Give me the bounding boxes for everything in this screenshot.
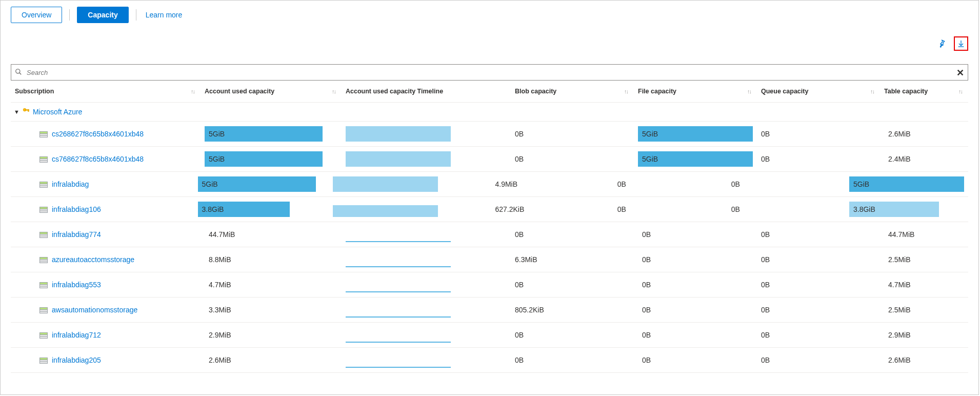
cell-blob: 0B — [511, 281, 634, 289]
table-capacity-bar-value: 5GiB — [853, 180, 869, 188]
cell-queue: 0B — [757, 331, 880, 339]
cell-file: 0B — [609, 205, 727, 213]
cell-timeline — [342, 277, 511, 292]
storage-account-link[interactable]: infralabdiag — [11, 180, 194, 188]
cell-table: 2.5MiB — [880, 255, 968, 264]
storage-account-name: awsautomationomsstorage — [52, 306, 137, 314]
file-capacity-bar-value: 5GiB — [642, 130, 658, 138]
cell-table: 4.7MiB — [880, 281, 968, 289]
storage-account-link[interactable]: infralabdiag553 — [11, 281, 201, 289]
cell-blob: 0B — [511, 155, 634, 163]
col-header-label: Blob capacity — [515, 88, 556, 95]
cell-timeline — [329, 202, 491, 217]
cell-file: 0B — [634, 356, 757, 364]
table-row: infralabdiag774 44.7MiB 0B 0B 0B 44.7MiB — [11, 222, 968, 247]
account-used-bar: 5GiB — [198, 176, 316, 192]
cell-timeline — [342, 227, 511, 242]
table-capacity-bar: 2.6MiB — [884, 130, 911, 138]
storage-account-link[interactable]: azureautoacctomsstorage — [11, 255, 201, 264]
storage-account-icon — [39, 357, 48, 363]
account-used-bar: 5GiB — [205, 126, 323, 142]
svg-rect-10 — [40, 157, 47, 159]
subscription-group-row[interactable]: ▼ Microsoft Azure — [11, 103, 968, 122]
cell-account-used: 5GiB — [201, 126, 342, 142]
blob-value: 0B — [515, 130, 524, 138]
col-header-subscription[interactable]: Subscription ↑↓ — [11, 88, 201, 95]
expand-caret-icon: ▼ — [14, 109, 19, 115]
key-icon — [23, 108, 30, 116]
sort-icon: ↑↓ — [332, 88, 335, 94]
col-header-account-used[interactable]: Account used capacity ↑↓ — [201, 88, 342, 95]
storage-account-link[interactable]: cs268627f8c65b8x4601xb48 — [11, 130, 201, 138]
pin-icon[interactable] — [934, 36, 949, 51]
table-capacity-bar: 2.6MiB — [884, 356, 911, 364]
col-header-label: Table capacity — [884, 88, 928, 95]
cell-queue: 0B — [757, 306, 880, 314]
storage-account-name: infralabdiag712 — [52, 331, 101, 339]
cell-timeline — [342, 151, 511, 167]
timeline-sparkline — [346, 151, 451, 167]
learn-more-link[interactable]: Learn more — [146, 11, 183, 19]
svg-rect-40 — [40, 337, 47, 339]
cell-queue: 0B — [757, 230, 880, 239]
cell-blob: 0B — [511, 356, 634, 364]
table-capacity-bar: 5GiB — [849, 176, 964, 192]
svg-rect-15 — [40, 184, 47, 186]
svg-rect-22 — [40, 232, 47, 234]
col-header-queue[interactable]: Queue capacity ↑↓ — [757, 88, 880, 95]
account-used-bar-value: 3.8GiB — [202, 205, 224, 213]
blob-value: 627.2KiB — [495, 205, 524, 213]
tab-bar: Overview Capacity Learn more — [1, 1, 978, 23]
tab-overview[interactable]: Overview — [11, 7, 62, 23]
tab-capacity[interactable]: Capacity — [77, 7, 128, 23]
col-header-file[interactable]: File capacity ↑↓ — [634, 88, 757, 95]
cell-queue: 0B — [757, 155, 880, 163]
queue-value: 0B — [761, 306, 770, 314]
clear-search-icon[interactable]: ✕ — [956, 67, 964, 78]
cell-table: 2.9MiB — [880, 331, 968, 339]
cell-queue: 0B — [757, 130, 880, 138]
svg-rect-14 — [40, 182, 47, 184]
queue-value: 0B — [761, 155, 770, 163]
svg-rect-43 — [40, 360, 47, 362]
svg-rect-16 — [40, 186, 47, 188]
capacity-table: Subscription ↑↓ Account used capacity ↑↓… — [11, 81, 968, 373]
storage-account-link[interactable]: infralabdiag774 — [11, 230, 201, 239]
table-capacity-bar-value: 3.8GiB — [853, 205, 875, 213]
svg-rect-4 — [28, 109, 29, 111]
cell-blob: 4.9MiB — [491, 180, 609, 188]
blob-value: 0B — [515, 281, 524, 289]
cell-blob: 0B — [511, 331, 634, 339]
col-header-table[interactable]: Table capacity ↑↓ — [880, 88, 968, 95]
file-capacity-bar: 0B — [638, 255, 651, 264]
search-input[interactable] — [11, 64, 968, 81]
svg-rect-38 — [40, 333, 47, 334]
timeline-sparkline — [346, 126, 451, 142]
svg-rect-11 — [40, 159, 47, 161]
cell-account-used: 5GiB — [201, 151, 342, 167]
storage-account-link[interactable]: infralabdiag106 — [11, 205, 194, 213]
cell-account-used: 44.7MiB — [201, 230, 342, 239]
svg-rect-26 — [40, 258, 47, 259]
timeline-sparkline — [346, 327, 451, 343]
table-capacity-bar: 2.5MiB — [884, 306, 911, 314]
download-icon[interactable] — [954, 36, 968, 51]
storage-account-name: infralabdiag — [52, 180, 89, 188]
tab-separator — [136, 9, 136, 21]
storage-account-icon — [39, 332, 48, 338]
storage-account-link[interactable]: infralabdiag712 — [11, 331, 201, 339]
file-capacity-bar: 5GiB — [638, 151, 753, 167]
col-header-blob[interactable]: Blob capacity ↑↓ — [511, 88, 634, 95]
storage-account-link[interactable]: awsautomationomsstorage — [11, 306, 201, 314]
queue-value: 0B — [761, 356, 770, 364]
svg-rect-8 — [40, 136, 47, 137]
svg-rect-27 — [40, 260, 47, 261]
storage-account-link[interactable]: infralabdiag205 — [11, 356, 201, 364]
col-header-timeline[interactable]: Account used capacity Timeline — [342, 88, 511, 95]
sort-icon: ↑↓ — [191, 88, 194, 94]
storage-account-name: infralabdiag205 — [52, 356, 101, 364]
storage-account-icon — [39, 307, 48, 313]
storage-account-link[interactable]: cs768627f8c65b8x4601xb48 — [11, 155, 201, 163]
table-row: azureautoacctomsstorage 8.8MiB 6.3MiB 0B… — [11, 247, 968, 272]
account-used-bar: 3.3MiB — [205, 306, 231, 314]
